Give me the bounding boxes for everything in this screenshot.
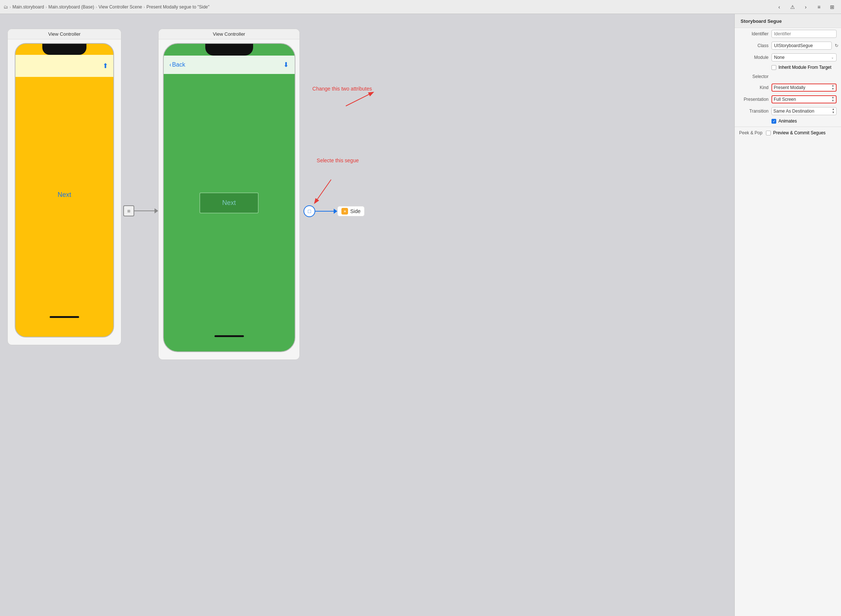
class-input[interactable]	[771, 42, 832, 50]
identifier-input[interactable]	[771, 30, 837, 38]
module-select[interactable]: None ⌄	[771, 53, 837, 62]
kind-value: Present Modally	[774, 85, 805, 90]
kind-select[interactable]: Present Modally ▲ ▼	[771, 84, 837, 92]
kind-stepper[interactable]: ▲ ▼	[831, 84, 834, 91]
segue-arrow-2[interactable]: □ ☀ Side	[303, 205, 365, 217]
class-label: Class	[739, 43, 771, 48]
breadcrumb: 🗂 › Main.storyboard › Main.storyboard (B…	[4, 4, 210, 10]
back-button: ‹ Back	[170, 62, 185, 68]
module-value: None	[774, 55, 785, 60]
breadcrumb-separator-0: ›	[10, 5, 11, 9]
presentation-label: Presentation	[739, 97, 771, 102]
phone-notch-1	[42, 44, 86, 55]
identifier-row: Identifier	[735, 28, 841, 40]
panel-divider	[735, 126, 841, 127]
refresh-icon[interactable]: ↻	[833, 42, 840, 49]
transition-stepper[interactable]: ▲ ▼	[832, 108, 835, 114]
peek-pop-checkbox[interactable]	[766, 131, 771, 135]
main-area: View Controller ⬆ Next ⊞ View Controller	[0, 14, 841, 616]
nav-back-button[interactable]: ‹	[774, 2, 784, 12]
kind-label: Kind	[739, 85, 771, 90]
selector-label: Selector	[739, 74, 771, 79]
breadcrumb-item-4[interactable]: Present Modally segue to "Side"	[147, 4, 210, 10]
kind-row: Kind Present Modally ▲ ▼	[735, 82, 841, 94]
blue-arrow-head	[334, 209, 337, 214]
blue-line	[315, 211, 334, 211]
toolbar: 🗂 › Main.storyboard › Main.storyboard (B…	[0, 0, 841, 14]
segue-box-1[interactable]: ⊞	[123, 205, 134, 216]
transition-value: Same As Destination	[773, 109, 814, 114]
phone-nav-bar: ‹ Back ⬇	[164, 56, 294, 74]
transition-row: Transition Same As Destination ▲ ▼	[735, 105, 841, 117]
breadcrumb-separator-2: ›	[96, 5, 97, 9]
right-panel: Storyboard Segue Identifier Class ↻ ▼ Mo…	[734, 14, 841, 616]
panel-title: Storyboard Segue	[735, 14, 841, 28]
module-label: Module	[739, 55, 771, 60]
svg-line-1	[316, 180, 331, 202]
animates-label: Animates	[778, 119, 797, 124]
layout-button[interactable]: ⊞	[827, 2, 837, 12]
vc1-next-label: Next	[57, 191, 71, 199]
module-row: Module None ⌄	[735, 51, 841, 63]
warning-icon[interactable]: ⚠	[787, 2, 798, 12]
presentation-row: Presentation Full Screen ▲ ▼	[735, 94, 841, 105]
breadcrumb-item-3[interactable]: View Controller Scene	[98, 4, 142, 10]
transition-label: Transition	[739, 109, 771, 114]
phone-mock-2: ‹ Back ⬇ Next	[163, 43, 295, 352]
segue-arrow-1: ⊞	[123, 205, 158, 216]
presentation-value: Full Screen	[774, 97, 796, 102]
presentation-select[interactable]: Full Screen ▲ ▼	[771, 95, 837, 103]
download-icon: ⬇	[283, 61, 289, 69]
breadcrumb-item-0[interactable]: 🗂	[4, 4, 8, 10]
vc1-title: View Controller	[8, 29, 121, 40]
module-dropdown-arrow: ⌄	[831, 56, 834, 59]
class-row: Class ↻ ▼	[735, 40, 841, 51]
arrow-head-1	[154, 208, 158, 213]
peek-pop-row: Peek & Pop Preview & Commit Segues	[735, 128, 841, 137]
share-icon: ⬆	[103, 62, 108, 70]
arrow-line-1	[134, 210, 154, 211]
inherit-module-row: Inherit Module From Target	[735, 63, 841, 71]
nav-forward-button[interactable]: ›	[800, 2, 811, 12]
side-text: Side	[350, 208, 360, 214]
annotation-select-segue: Selecte this segue	[308, 157, 367, 163]
side-icon: ☀	[341, 208, 348, 214]
vc2-title: View Controller	[158, 29, 299, 40]
phone-notch-2	[205, 44, 253, 56]
svg-line-0	[346, 93, 372, 106]
vc2-next-button: Next	[199, 192, 259, 213]
canvas-area[interactable]: View Controller ⬆ Next ⊞ View Controller	[0, 14, 734, 616]
inherit-module-checkbox[interactable]	[771, 65, 776, 70]
breadcrumb-item-1[interactable]: Main.storyboard	[13, 4, 44, 10]
annotation-change-attributes: Change this two attributes	[309, 86, 375, 92]
presentation-stepper[interactable]: ▲ ▼	[831, 96, 834, 103]
preview-commit-label: Preview & Commit Segues	[773, 130, 826, 135]
view-controller-2-card: View Controller ‹ Back ⬇ Next	[158, 29, 300, 360]
chevron-left-icon: ‹	[170, 62, 171, 68]
segue-circle[interactable]: □	[303, 205, 315, 217]
phone-top-bar-1: ⬆	[15, 55, 113, 77]
side-destination-label: ☀ Side	[337, 206, 365, 216]
back-label: Back	[172, 62, 185, 68]
phone-home-bar-2	[214, 335, 244, 337]
view-controller-1-card: View Controller ⬆ Next	[7, 29, 122, 345]
animates-row: ✓ Animates	[735, 117, 841, 125]
phone-body-1: Next	[15, 77, 113, 312]
phone-body-2: Next	[164, 74, 294, 331]
inherit-module-label: Inherit Module From Target	[778, 65, 831, 70]
phone-home-bar-1	[50, 316, 79, 318]
animates-checkbox[interactable]: ✓	[771, 119, 776, 124]
transition-select[interactable]: Same As Destination ▲ ▼	[771, 107, 837, 115]
list-view-button[interactable]: ≡	[814, 2, 824, 12]
breadcrumb-separator-3: ›	[144, 5, 145, 9]
identifier-label: Identifier	[739, 31, 771, 37]
breadcrumb-separator-1: ›	[45, 5, 47, 9]
breadcrumb-item-2[interactable]: Main.storyboard (Base)	[48, 4, 94, 10]
peek-pop-label: Peek & Pop	[739, 130, 762, 135]
toolbar-icons: ‹ ⚠ › ≡ ⊞	[774, 2, 837, 12]
selector-row: Selector	[735, 71, 841, 82]
phone-mock-1: ⬆ Next	[15, 43, 114, 337]
